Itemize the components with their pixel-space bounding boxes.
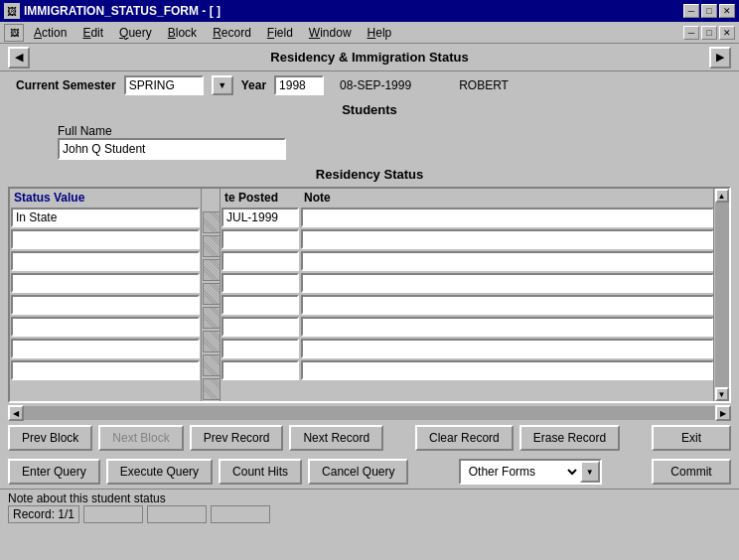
menu-field[interactable]: Field xyxy=(263,24,297,42)
grid-container: Status Value te Posted Note ▲ ▼ xyxy=(8,187,731,403)
menu-window[interactable]: Window xyxy=(305,24,356,42)
toolbar: ◀ Residency & Immigration Status ▶ xyxy=(0,44,739,71)
semester-row: Current Semester ▼ Year 08-SEP-1999 ROBE… xyxy=(0,71,739,99)
date-cell-4[interactable] xyxy=(222,295,299,315)
status-cell-1 xyxy=(83,505,143,523)
year-label: Year xyxy=(241,78,266,92)
note-cell-2[interactable] xyxy=(301,251,714,271)
note-cell-0[interactable] xyxy=(301,208,714,227)
menu-bar: 🖼 Action Edit Query Block Record Field W… xyxy=(0,22,739,44)
page-title: Residency & Immigration Status xyxy=(34,50,705,65)
mid-scroll-block-3 xyxy=(203,283,221,305)
button-bar-1: Prev Block Next Block Prev Record Next R… xyxy=(0,421,739,455)
date-cell-2[interactable] xyxy=(222,251,299,271)
status-bar: Note about this student status Record: 1… xyxy=(0,489,739,525)
back-button[interactable]: ◀ xyxy=(8,47,30,69)
semester-label: Current Semester xyxy=(16,78,116,92)
date-cell-7[interactable] xyxy=(222,360,299,380)
scroll-up-btn[interactable]: ▲ xyxy=(715,189,729,203)
prev-record-button[interactable]: Prev Record xyxy=(190,425,284,451)
status-cell-3[interactable] xyxy=(11,273,200,293)
button-bar-2: Enter Query Execute Query Count Hits Can… xyxy=(0,455,739,489)
status-column: Status Value xyxy=(10,189,201,401)
note-cell-4[interactable] xyxy=(301,295,714,315)
date-static: 08-SEP-1999 xyxy=(340,78,411,92)
hscroll-track[interactable] xyxy=(24,406,715,420)
year-input[interactable] xyxy=(274,75,324,95)
status-cell-2[interactable] xyxy=(11,251,200,271)
other-forms-dropdown[interactable]: Other Forms ▼ xyxy=(459,459,602,485)
status-cell-2 xyxy=(147,505,207,523)
dropdown-arrow-icon[interactable]: ▼ xyxy=(580,461,600,483)
clear-record-button[interactable]: Clear Record xyxy=(415,425,514,451)
erase-record-button[interactable]: Erase Record xyxy=(519,425,620,451)
title-bar: 🖼 IMMIGRATION_STATUS_FORM - [ ] ─ □ ✕ xyxy=(0,0,739,22)
execute-query-button[interactable]: Execute Query xyxy=(106,459,213,485)
minimize-button[interactable]: ─ xyxy=(683,4,699,18)
mid-scroll-block-2 xyxy=(203,259,221,281)
menu-edit[interactable]: Edit xyxy=(78,24,107,42)
status-cell-1[interactable] xyxy=(11,229,200,249)
date-cell-5[interactable] xyxy=(222,317,299,337)
mid-scroll-block-4 xyxy=(203,307,221,329)
inner-minimize-button[interactable]: ─ xyxy=(683,26,699,40)
date-column-header: te Posted xyxy=(221,189,300,207)
menu-help[interactable]: Help xyxy=(364,24,396,42)
next-record-button[interactable]: Next Record xyxy=(289,425,383,451)
mid-scroll-block-5 xyxy=(203,331,221,352)
horizontal-scrollbar: ◀ ▶ xyxy=(8,405,731,421)
mid-scroll-block-7 xyxy=(203,378,221,400)
count-hits-button[interactable]: Count Hits xyxy=(219,459,302,485)
next-block-button[interactable]: Next Block xyxy=(98,425,183,451)
mid-scroll-block-0 xyxy=(203,211,221,233)
note-cell-6[interactable] xyxy=(301,339,714,358)
app-icon: 🖼 xyxy=(4,3,20,19)
inner-close-button[interactable]: ✕ xyxy=(719,26,735,40)
menu-record[interactable]: Record xyxy=(209,24,255,42)
status-column-header: Status Value xyxy=(10,189,201,207)
note-cell-7[interactable] xyxy=(301,360,714,380)
status-cell-6[interactable] xyxy=(11,339,200,358)
mid-scroll-col xyxy=(201,189,221,401)
status-cell-0[interactable] xyxy=(11,208,200,227)
menu-query[interactable]: Query xyxy=(115,24,156,42)
prev-block-button[interactable]: Prev Block xyxy=(8,425,92,451)
semester-dropdown-btn[interactable]: ▼ xyxy=(212,75,233,95)
date-cell-1[interactable] xyxy=(222,229,299,249)
note-cell-5[interactable] xyxy=(301,317,714,337)
residency-section-header: Residency Status xyxy=(0,164,739,185)
status-cell-5[interactable] xyxy=(11,317,200,337)
date-column: te Posted xyxy=(221,189,300,401)
date-cell-0[interactable] xyxy=(222,208,299,227)
scroll-right-btn[interactable]: ▶ xyxy=(715,405,731,421)
cancel-query-button[interactable]: Cancel Query xyxy=(308,459,408,485)
semester-input[interactable] xyxy=(124,75,204,95)
menu-action[interactable]: Action xyxy=(30,24,71,42)
close-button[interactable]: ✕ xyxy=(719,4,735,18)
note-column-header: Note xyxy=(300,189,713,207)
commit-button[interactable]: Commit xyxy=(652,459,731,485)
window-title: IMMIGRATION_STATUS_FORM - [ ] xyxy=(24,4,221,18)
full-name-input[interactable] xyxy=(58,138,286,160)
menu-block[interactable]: Block xyxy=(164,24,201,42)
note-cell-3[interactable] xyxy=(301,273,714,293)
mid-scroll-block-6 xyxy=(203,354,221,376)
scroll-down-btn[interactable]: ▼ xyxy=(715,387,729,401)
forward-button[interactable]: ▶ xyxy=(709,47,731,69)
students-section-header: Students xyxy=(0,99,739,120)
date-cell-6[interactable] xyxy=(222,339,299,358)
status-cell-4[interactable] xyxy=(11,295,200,315)
mid-scroll-block-1 xyxy=(203,235,221,257)
exit-button[interactable]: Exit xyxy=(652,425,731,451)
other-forms-select[interactable]: Other Forms xyxy=(461,462,580,482)
status-cell-7[interactable] xyxy=(11,360,200,380)
enter-query-button[interactable]: Enter Query xyxy=(8,459,100,485)
vertical-scrollbar[interactable]: ▲ ▼ xyxy=(713,189,729,401)
date-cell-3[interactable] xyxy=(222,273,299,293)
students-section: Full Name xyxy=(0,120,739,164)
note-cell-1[interactable] xyxy=(301,229,714,249)
scroll-left-btn[interactable]: ◀ xyxy=(8,405,24,421)
inner-restore-button[interactable]: □ xyxy=(701,26,717,40)
maximize-button[interactable]: □ xyxy=(701,4,717,18)
scroll-track[interactable] xyxy=(715,203,729,387)
